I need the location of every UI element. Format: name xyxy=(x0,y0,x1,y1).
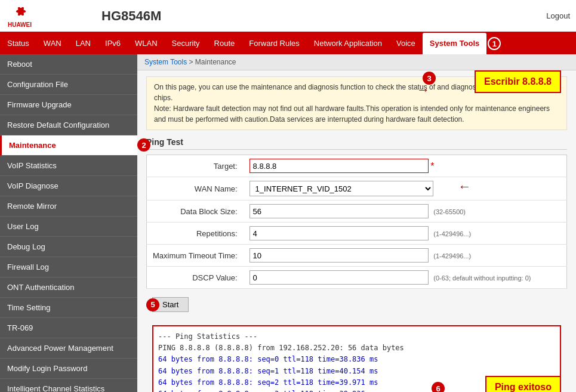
badge-3: 3 xyxy=(423,72,436,85)
callout-ping: Ping exitoso xyxy=(485,376,561,392)
nav-network-application[interactable]: Network Application xyxy=(307,33,389,54)
data-block-hint: (32-65500) xyxy=(433,208,466,215)
sidebar-item-power-mgmt[interactable]: Advanced Power Management xyxy=(0,338,137,359)
content-inner: On this page, you can use the maintenanc… xyxy=(137,70,576,392)
content-area: System Tools > Maintenance On this page,… xyxy=(137,54,576,392)
field-data-block: Data Block Size: (32-65500) xyxy=(147,200,567,223)
sidebar-item-firewall-log[interactable]: Firewall Log xyxy=(0,257,137,277)
nav-voice[interactable]: Voice xyxy=(389,33,423,54)
nav-wan[interactable]: WAN xyxy=(36,33,69,54)
sidebar-item-voip-diagnose[interactable]: VoIP Diagnose xyxy=(0,176,137,196)
field-target: Target: * xyxy=(147,155,567,177)
info-box-wrapper: On this page, you can use the maintenanc… xyxy=(146,76,567,130)
target-input[interactable] xyxy=(250,159,429,173)
start-row: Start 5 xyxy=(146,289,567,320)
info-text2: Note: Hardware fault detection may not f… xyxy=(154,104,550,124)
field-max-timeout-label: Maximum Timeout Time: xyxy=(147,245,244,267)
field-wan-label: WAN Name: xyxy=(147,177,244,200)
field-target-label: Target: xyxy=(147,155,244,177)
output-line-2: 64 bytes from 8.8.8.8: seq=0 ttl=118 tim… xyxy=(158,355,378,363)
ping-test-title: Ping Test xyxy=(146,137,567,150)
nav-bar: Status WAN LAN IPv6 WLAN Security Route … xyxy=(0,33,576,54)
sidebar-item-user-log[interactable]: User Log xyxy=(0,217,137,237)
field-wan-name: WAN Name: 1_INTERNET_R_VID_1502 2_TR069_… xyxy=(147,177,567,200)
breadcrumb-separator: > xyxy=(189,58,195,66)
field-repetitions-label: Repetitions: xyxy=(147,223,244,245)
badge-6: 6 xyxy=(432,382,445,392)
sidebar-item-firmware[interactable]: Firmware Upgrade xyxy=(0,95,137,115)
nav-badge: 1 xyxy=(488,37,501,50)
sidebar-item-remote-mirror[interactable]: Remote Mirror xyxy=(0,196,137,217)
repetitions-hint: (1-429496...) xyxy=(433,230,471,237)
logout-button[interactable]: Logout xyxy=(546,11,570,20)
dscp-hint: (0-63; default without inputting: 0) xyxy=(433,274,531,282)
repetitions-input[interactable] xyxy=(250,226,429,240)
wan-name-select[interactable]: 1_INTERNET_R_VID_1502 2_TR069_R_VID_1503 xyxy=(250,181,433,196)
sidebar-item-tr069[interactable]: TR-069 xyxy=(0,318,137,338)
huawei-logo: HUAWEI xyxy=(6,4,36,28)
field-dscp: DSCP Value: (0-63; default without input… xyxy=(147,267,567,289)
badge-2: 2 xyxy=(137,138,150,152)
sidebar-item-restore[interactable]: Restore Default Configuration xyxy=(0,115,137,135)
sidebar-item-config-file[interactable]: Configuration File xyxy=(0,75,137,95)
nav-forward-rules[interactable]: Forward Rules xyxy=(242,33,307,54)
max-timeout-input[interactable] xyxy=(250,248,429,263)
main-layout: Reboot Configuration File Firmware Upgra… xyxy=(0,54,576,392)
output-line-1: PING 8.8.8.8 (8.8.8.8) from 192.168.252.… xyxy=(158,344,404,352)
output-line-4: 64 bytes from 8.8.8.8: seq=2 ttl=118 tim… xyxy=(158,378,378,387)
ping-section: 2 Ping Test Target: * WAN Name: xyxy=(146,137,567,392)
dscp-input[interactable] xyxy=(250,270,429,285)
ping-output-wrapper: --- Ping Statistics --- PING 8.8.8.8 (8.… xyxy=(146,325,567,392)
logo-area: HUAWEI xyxy=(6,4,90,28)
sidebar-item-reboot[interactable]: Reboot xyxy=(0,54,137,75)
output-line-3: 64 bytes from 8.8.8.8: seq=1 ttl=118 tim… xyxy=(158,367,378,375)
nav-status[interactable]: Status xyxy=(0,33,36,54)
nav-lan[interactable]: LAN xyxy=(69,33,98,54)
breadcrumb-parent[interactable]: System Tools xyxy=(144,58,187,66)
badge-5: 5 xyxy=(146,298,159,311)
output-line-0: --- Ping Statistics --- xyxy=(158,332,257,341)
sidebar-item-time-setting[interactable]: Time Setting xyxy=(0,298,137,318)
sidebar-item-channel-stats[interactable]: Intelligent Channel Statistics xyxy=(0,379,137,392)
field-max-timeout: Maximum Timeout Time: (1-429496...) xyxy=(147,245,567,267)
breadcrumb-current: Maintenance xyxy=(195,58,236,66)
nav-security[interactable]: Security xyxy=(165,33,207,54)
field-data-block-label: Data Block Size: xyxy=(147,200,244,223)
field-dscp-label: DSCP Value: xyxy=(147,267,244,289)
data-block-input[interactable] xyxy=(250,204,429,218)
sidebar: Reboot Configuration File Firmware Upgra… xyxy=(0,54,137,392)
svg-text:HUAWEI: HUAWEI xyxy=(8,21,32,28)
svg-point-5 xyxy=(16,10,26,13)
sidebar-item-login-password[interactable]: Modify Login Password xyxy=(0,359,137,379)
arrow-to-select: → xyxy=(458,179,471,195)
sidebar-item-maintenance[interactable]: Maintenance xyxy=(0,135,137,156)
header: HUAWEI HG8546M Logout xyxy=(0,0,576,33)
ping-form-table: Target: * WAN Name: 1_INTERNET_R_VID_150… xyxy=(146,155,567,289)
nav-route[interactable]: Route xyxy=(207,33,242,54)
device-title: HG8546M xyxy=(90,8,546,24)
field-repetitions: Repetitions: (1-429496...) xyxy=(147,223,567,245)
required-star-target: * xyxy=(430,161,434,171)
output-line-5: 64 bytes from 8.8.8.8: seq=3 ttl=118 tim… xyxy=(158,390,378,392)
max-timeout-hint: (1-429496...) xyxy=(433,252,471,260)
sidebar-item-voip-stats[interactable]: VoIP Statistics xyxy=(0,156,137,176)
sidebar-item-debug-log[interactable]: Debug Log xyxy=(0,237,137,257)
sidebar-item-ont-auth[interactable]: ONT Authentication xyxy=(0,277,137,298)
breadcrumb: System Tools > Maintenance xyxy=(137,54,576,70)
nav-system-tools[interactable]: System Tools xyxy=(423,33,487,54)
nav-ipv6[interactable]: IPv6 xyxy=(98,33,128,54)
callout-escribir: Escribir 8.8.8.8 xyxy=(475,70,561,93)
nav-wlan[interactable]: WLAN xyxy=(128,33,165,54)
